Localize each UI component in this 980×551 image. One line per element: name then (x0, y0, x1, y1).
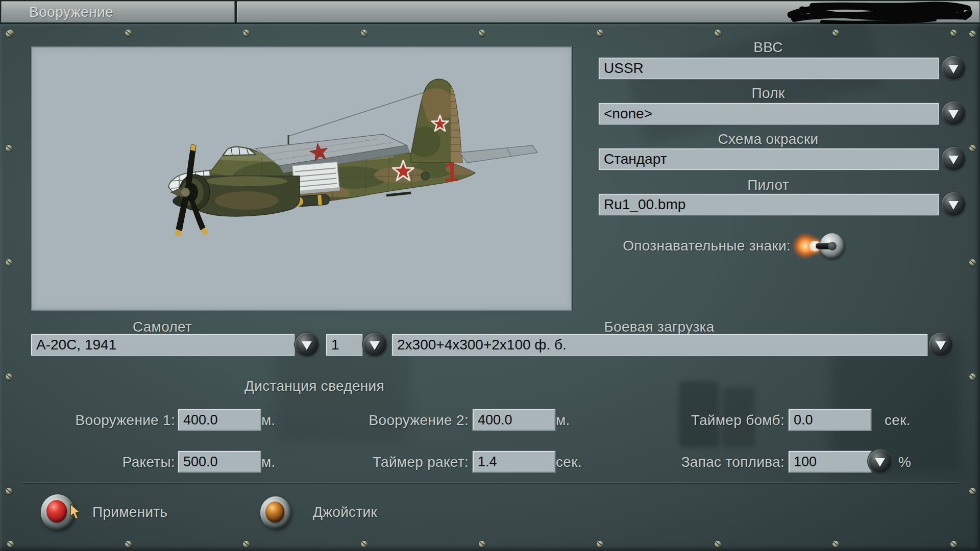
pilot-dropdown[interactable]: Ru1_00.bmp (599, 194, 939, 215)
screw-decoration (832, 30, 839, 36)
label-markings: Опознавательные знаки: (599, 238, 791, 254)
screw-decoration (715, 30, 721, 36)
screw-decoration (969, 373, 976, 380)
tab-armament-label: Вооружение (2, 2, 234, 22)
convergence-title: Дистанция сведения (187, 378, 442, 394)
label-weapon2: Вооружение 2: (347, 412, 469, 429)
paint-scheme-value: Стандарт (599, 149, 938, 169)
aircraft-dropdown[interactable]: A-20C, 1941 (31, 334, 295, 356)
screw-decoration (7, 541, 14, 547)
mouse-cursor (69, 504, 82, 520)
label-aircraft: Самолет (31, 319, 293, 335)
weapon1-unit: м. (261, 412, 276, 429)
label-paint-scheme: Схема окраски (599, 131, 938, 147)
screw-decoration (479, 541, 485, 547)
screw-decoration (6, 31, 12, 37)
markings-toggle[interactable] (792, 232, 845, 260)
fuel-unit: % (898, 454, 911, 470)
screw-decoration (969, 145, 976, 152)
screw-decoration (361, 30, 368, 36)
aircraft-dropdown-button[interactable] (295, 333, 318, 356)
screw-decoration (243, 541, 250, 547)
apply-button-label: Применить (92, 504, 167, 520)
loadout-dropdown-button[interactable] (929, 333, 952, 356)
joystick-button[interactable] (260, 496, 291, 529)
weapon1-input[interactable] (178, 409, 261, 431)
label-bomb-timer: Таймер бомб: (658, 412, 785, 429)
weapon2-unit: м. (556, 412, 570, 429)
variant-value: 1 (327, 335, 362, 355)
label-rocket-timer: Таймер ракет: (347, 454, 469, 470)
loadout-dropdown[interactable]: 2x300+4x300+2x100 ф. б. (392, 334, 927, 356)
bomb-timer-unit: сек. (885, 412, 911, 429)
screw-decoration (361, 541, 368, 547)
joystick-button-label: Джойстик (313, 504, 377, 520)
airforce-dropdown-button[interactable] (942, 56, 965, 80)
chevron-down-icon (948, 201, 959, 210)
airforce-dropdown[interactable]: USSR (599, 58, 939, 79)
rockets-input[interactable] (178, 451, 261, 472)
armament-screen-panel: 1 ВВС USSR Полк <none> Схема окраски Ста… (0, 24, 980, 551)
chevron-down-icon (936, 341, 946, 350)
screw-decoration (950, 541, 957, 547)
tab-armament[interactable]: Вооружение (1, 1, 235, 22)
regiment-value: <none> (599, 104, 938, 124)
label-pilot: Пилот (599, 177, 938, 193)
variant-dropdown-button[interactable] (363, 333, 386, 356)
toggle-switch-cap (828, 242, 837, 251)
weapon2-input[interactable] (473, 409, 555, 431)
variant-dropdown[interactable]: 1 (326, 334, 362, 356)
screw-decoration (969, 488, 976, 494)
amber-button-icon (265, 502, 284, 522)
label-airforce: ВВС (599, 39, 938, 56)
chevron-down-icon (948, 110, 959, 119)
aircraft-side-view: 1 (32, 47, 571, 310)
screw-decoration (6, 373, 12, 380)
label-regiment: Полк (599, 85, 938, 102)
label-rockets: Ракеты: (51, 454, 175, 470)
chevron-down-icon (948, 65, 959, 73)
redaction-scribble (781, 2, 975, 24)
screw-decoration (125, 30, 132, 36)
aircraft-preview-panel: 1 (31, 46, 572, 311)
tab-bar: Вооружение (0, 0, 980, 24)
screw-decoration (125, 541, 132, 547)
screw-decoration (479, 30, 485, 36)
chevron-down-icon (370, 341, 380, 350)
loadout-value: 2x300+4x300+2x100 ф. б. (393, 335, 927, 355)
bomb-timer-input[interactable] (789, 409, 871, 431)
label-fuel: Запас топлива: (658, 454, 785, 470)
screw-decoration (715, 541, 721, 547)
screw-decoration (969, 31, 976, 37)
rocket-timer-input[interactable] (473, 451, 555, 472)
regiment-dropdown[interactable]: <none> (599, 103, 939, 124)
tactical-number: 1 (444, 156, 459, 187)
chevron-down-icon (302, 341, 312, 350)
fuel-dropdown-button[interactable] (868, 449, 892, 473)
label-weapon1: Вооружение 1: (51, 412, 175, 429)
fuel-input[interactable] (789, 451, 871, 472)
paint-scheme-dropdown-button[interactable] (942, 147, 965, 170)
screw-decoration (969, 259, 976, 266)
tab-secondary[interactable] (237, 1, 980, 22)
chevron-down-icon (875, 458, 885, 467)
regiment-dropdown-button[interactable] (942, 102, 965, 125)
screw-decoration (597, 541, 603, 547)
label-loadout: Боевая загрузка (392, 319, 926, 335)
chevron-down-icon (948, 156, 959, 164)
screw-decoration (6, 145, 12, 152)
red-button-icon (46, 500, 67, 523)
pilot-dropdown-button[interactable] (942, 192, 965, 216)
aircraft-value: A-20C, 1941 (32, 335, 294, 355)
paint-scheme-dropdown[interactable]: Стандарт (599, 148, 939, 170)
footer-divider (22, 483, 959, 483)
pilot-value: Ru1_00.bmp (599, 194, 938, 215)
screw-decoration (6, 259, 12, 266)
rockets-unit: м. (261, 454, 276, 470)
screw-decoration (950, 30, 957, 36)
airforce-value: USSR (599, 58, 938, 79)
screw-decoration (243, 30, 250, 36)
screw-decoration (597, 30, 603, 36)
screw-decoration (6, 488, 12, 494)
screw-decoration (832, 541, 839, 547)
